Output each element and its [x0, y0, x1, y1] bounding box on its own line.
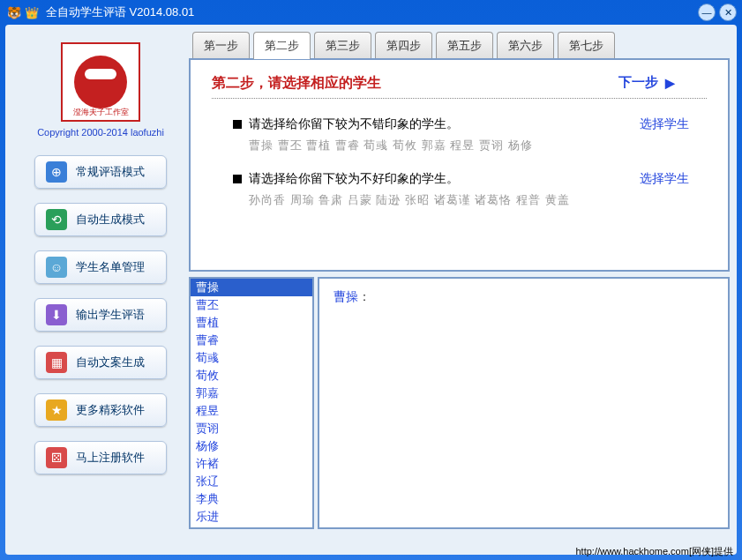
instruction-text-0: 请选择给你留下较为不错印象的学生。 — [249, 116, 640, 132]
list-item[interactable]: 夏侯惇 — [191, 526, 312, 529]
sidebar: 澄海夫子工作室 Copyright 2000-2014 laofuzhi ⊕常规… — [12, 32, 189, 548]
window-controls: — ✕ — [698, 4, 737, 21]
nav-button-6[interactable]: ⚄马上注册软件 — [34, 441, 167, 474]
app-icon-1: 🐯 — [7, 5, 21, 19]
student-names-0: 曹操 曹丕 曹植 曹睿 荀彧 荀攸 郭嘉 程昱 贾诩 杨修 — [233, 138, 707, 153]
tab-bar: 第一步第二步第三步第四步第五步第六步第七步 — [189, 32, 730, 59]
app-window: 🐯 👑 全自动学生评语 V2014.08.01 — ✕ 澄海夫子工作室 Copy… — [0, 0, 742, 560]
minimize-button[interactable]: — — [698, 4, 716, 21]
nav-button-2[interactable]: ☺学生名单管理 — [34, 250, 167, 284]
student-names-1: 孙尚香 周瑜 鲁肃 吕蒙 陆逊 张昭 诸葛谨 诸葛恪 程普 黄盖 — [233, 192, 707, 208]
list-item[interactable]: 张辽 — [191, 473, 312, 490]
bullet-icon — [233, 175, 242, 183]
step-panel: 第二步，请选择相应的学生 下一步 ▶ 请选择给你留下较为不错印象的学生。选择学生… — [189, 58, 730, 272]
logo-text: 澄海夫子工作室 — [73, 107, 129, 118]
instruction-text-1: 请选择给你留下较为不好印象的学生。 — [249, 171, 640, 187]
nav-button-1[interactable]: ⟲自动生成模式 — [34, 203, 167, 236]
bullet-icon — [233, 120, 242, 129]
window-title: 全自动学生评语 V2014.08.01 — [46, 4, 194, 20]
list-item[interactable]: 荀攸 — [191, 367, 312, 385]
list-item[interactable]: 李典 — [191, 490, 312, 508]
footer: http://www.hackhome.com[网侠]提供 — [575, 545, 733, 558]
close-button[interactable]: ✕ — [719, 4, 737, 21]
nav-button-3[interactable]: ⬇输出学生评语 — [34, 298, 167, 332]
select-student-link-0[interactable]: 选择学生 — [640, 116, 689, 132]
student-detail: 曹操： — [318, 277, 730, 529]
nav-label-2: 学生名单管理 — [76, 259, 145, 275]
nav-icon-4: ▦ — [46, 352, 67, 373]
list-item[interactable]: 曹操 — [191, 279, 312, 296]
main-area: 第一步第二步第三步第四步第五步第六步第七步 第二步，请选择相应的学生 下一步 ▶… — [189, 32, 730, 548]
app-icon-2: 👑 — [25, 5, 39, 19]
next-step-label: 下一步 — [618, 74, 658, 91]
list-item[interactable]: 乐进 — [191, 508, 312, 526]
detail-colon: ： — [358, 289, 371, 303]
list-item[interactable]: 许褚 — [191, 455, 312, 473]
tab-1[interactable]: 第二步 — [253, 32, 311, 59]
list-item[interactable]: 荀彧 — [191, 349, 312, 367]
nav-label-4: 自动文案生成 — [76, 355, 145, 370]
inner-content: 澄海夫子工作室 Copyright 2000-2014 laofuzhi ⊕常规… — [5, 25, 737, 555]
tab-3[interactable]: 第四步 — [375, 32, 432, 59]
tab-5[interactable]: 第六步 — [497, 32, 554, 59]
divider — [212, 98, 707, 99]
list-item[interactable]: 曹植 — [191, 314, 312, 332]
list-item[interactable]: 杨修 — [191, 437, 312, 455]
titlebar-left-icons: 🐯 👑 — [7, 5, 39, 19]
list-item[interactable]: 郭嘉 — [191, 385, 312, 402]
nav-label-3: 输出学生评语 — [76, 307, 145, 323]
list-item[interactable]: 贾诩 — [191, 420, 312, 437]
nav-icon-0: ⊕ — [46, 161, 67, 183]
footer-url: http://www.hackhome.com — [575, 546, 688, 556]
nav-icon-2: ☺ — [46, 257, 67, 278]
logo: 澄海夫子工作室 — [61, 42, 140, 122]
bottom-panels: 曹操曹丕曹植曹睿荀彧荀攸郭嘉程昱贾诩杨修许褚张辽李典乐进夏侯惇夏侯渊典韦 曹操： — [189, 277, 730, 529]
nav-label-0: 常规评语模式 — [76, 164, 145, 180]
list-item[interactable]: 程昱 — [191, 402, 312, 420]
nav-button-0[interactable]: ⊕常规评语模式 — [34, 155, 167, 189]
tab-0[interactable]: 第一步 — [192, 32, 250, 59]
arrow-right-icon: ▶ — [665, 76, 675, 90]
nav-label-5: 更多精彩软件 — [76, 402, 145, 418]
nav-icon-1: ⟲ — [46, 209, 67, 230]
tab-2[interactable]: 第三步 — [314, 32, 371, 59]
list-item[interactable]: 曹睿 — [191, 332, 312, 349]
nav-label-6: 马上注册软件 — [76, 450, 145, 466]
list-item[interactable]: 曹丕 — [191, 296, 312, 314]
tab-4[interactable]: 第五步 — [436, 32, 493, 59]
nav-label-1: 自动生成模式 — [76, 212, 145, 228]
copyright-text: Copyright 2000-2014 laofuzhi — [37, 127, 164, 138]
titlebar: 🐯 👑 全自动学生评语 V2014.08.01 — ✕ — [0, 0, 742, 25]
nav-button-4[interactable]: ▦自动文案生成 — [34, 346, 167, 379]
nav-icon-6: ⚄ — [46, 447, 67, 468]
nav-icon-3: ⬇ — [46, 304, 67, 325]
tab-6[interactable]: 第七步 — [558, 32, 615, 59]
logo-face-icon — [74, 56, 127, 108]
footer-suffix: [网侠]提供 — [689, 546, 733, 556]
student-listbox[interactable]: 曹操曹丕曹植曹睿荀彧荀攸郭嘉程昱贾诩杨修许褚张辽李典乐进夏侯惇夏侯渊典韦 — [189, 277, 314, 529]
select-student-link-1[interactable]: 选择学生 — [640, 171, 689, 187]
nav-button-5[interactable]: ★更多精彩软件 — [34, 393, 167, 427]
next-step-link[interactable]: 下一步 ▶ — [618, 74, 675, 91]
instruction-1: 请选择给你留下较为不好印象的学生。选择学生孙尚香 周瑜 鲁肃 吕蒙 陆逊 张昭 … — [212, 171, 707, 208]
detail-student-name: 曹操 — [334, 289, 358, 303]
instruction-0: 请选择给你留下较为不错印象的学生。选择学生曹操 曹丕 曹植 曹睿 荀彧 荀攸 郭… — [212, 116, 707, 153]
nav-icon-5: ★ — [46, 399, 67, 421]
